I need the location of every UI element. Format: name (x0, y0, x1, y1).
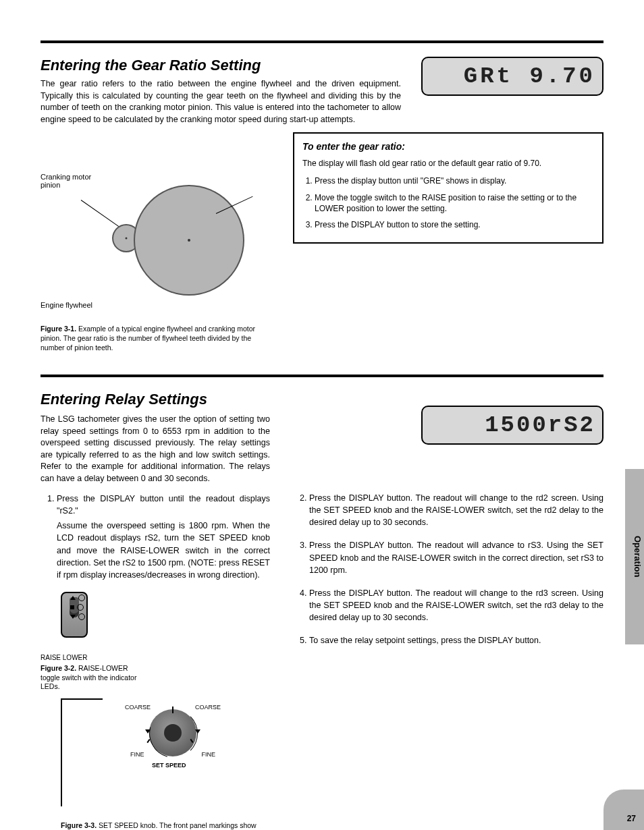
section-divider (41, 40, 603, 43)
section-side-tab: Operation (625, 469, 644, 644)
section-divider (41, 375, 603, 377)
step-item: Press the DISPLAY button until the reado… (57, 493, 270, 581)
figure-label: Figure 3-3. (61, 821, 97, 829)
arrowhead-icon (195, 729, 200, 734)
toggle-switch-illustration (41, 592, 108, 653)
relay-steps-2to5: Press the DISPLAY button. The readout wi… (293, 492, 603, 646)
relay-lead-text: The LSG tachometer gives the user the op… (41, 414, 270, 485)
square-icon (70, 605, 74, 609)
relay-step-1: Press the DISPLAY button until the reado… (41, 493, 270, 581)
panel-corner-line (62, 698, 103, 700)
step-item: Press the display button until "GRE" sho… (315, 175, 594, 186)
step-item: Press the DISPLAY button. The readout wi… (309, 587, 603, 624)
steps-box-intro: The display will flash old gear ratio or… (302, 158, 594, 169)
switch-bottom-label: RAISE LOWER (41, 654, 149, 661)
triangle-down-icon (70, 615, 76, 619)
step-item: Move the toggle switch to the RAISE posi… (315, 192, 594, 214)
figure-3-1-caption: Figure 3-1. Example of a typical engine … (41, 324, 263, 353)
steps-box-heading: To enter the gear ratio: (302, 140, 594, 154)
step-item: Press the DISPLAY button to store the se… (315, 219, 594, 230)
label-pinion: Cranking motor pinion (41, 173, 108, 189)
page-number: 27 (627, 814, 636, 823)
label-flywheel-text: Engine flywheel (41, 301, 92, 309)
figure-3-3-caption: Figure 3-3. SET SPEED knob. The front pa… (61, 821, 263, 830)
figure-label: Figure 3-1. (41, 325, 76, 333)
label-coarse-right: COARSE (195, 704, 221, 711)
figure-3-2: RAISE LOWER Figure 3-2. RAISE-LOWER togg… (41, 592, 149, 698)
set-speed-knob-icon (149, 709, 196, 756)
figures-row: RAISE LOWER Figure 3-2. RAISE-LOWER togg… (41, 592, 270, 830)
gear-ratio-description: The gear ratio refers to the ratio betwe… (41, 78, 401, 126)
gear-figure-column: Cranking motor pinion Engine flywheel Fi… (41, 132, 263, 360)
gear-figure: Cranking motor pinion Engine flywheel (41, 139, 257, 321)
label-set-speed: SET SPEED (152, 762, 186, 769)
lcd-display-gear-ratio: GRt 9.70 (421, 57, 603, 96)
step-item: Press the DISPLAY button. The readout wi… (309, 492, 603, 528)
leader-line (81, 200, 120, 227)
figure-3-3: COARSE COARSE (61, 698, 263, 830)
relay-right-column: 1500rS2 Press the DISPLAY button. The re… (293, 410, 603, 657)
arrowhead-icon (145, 729, 151, 734)
page-number-corner: 27 (603, 790, 644, 830)
figure-label: Figure 3-2. (41, 664, 76, 672)
relay-left-column: The LSG tachometer gives the user the op… (41, 410, 270, 830)
steps-list: Press the display button until "GRE" sho… (315, 175, 594, 230)
label-coarse-left: COARSE (125, 704, 151, 711)
switch-led-column (70, 594, 85, 623)
manual-page: Operation 27 GRt 9.70 Entering the Gear … (0, 0, 644, 830)
figure-3-2-caption: Figure 3-2. RAISE-LOWER toggle switch wi… (41, 664, 149, 692)
gear-ratio-steps-box: To enter the gear ratio: The display wil… (293, 132, 603, 244)
knob-inner-icon (164, 724, 182, 742)
tick-mark-icon (146, 739, 150, 743)
step-item: Press the DISPLAY button. The readout wi… (309, 539, 603, 576)
step-1-sub: Press the DISPLAY button until the reado… (57, 493, 270, 517)
step-item: To save the relay setpoint settings, pre… (309, 634, 603, 646)
label-fine-left: FINE (130, 751, 144, 758)
label-fine-right: FINE (201, 751, 215, 758)
led-icon (78, 594, 85, 601)
step-1-main: Assume the overspeed setting is 1800 rpm… (57, 520, 270, 581)
label-flywheel: Engine flywheel (41, 301, 92, 309)
set-speed-panel: COARSE COARSE (61, 698, 263, 806)
led-icon (77, 604, 84, 611)
triangle-up-icon (70, 596, 76, 600)
flywheel-gear-icon (135, 186, 243, 294)
lcd-display-relay: 1500rS2 (421, 406, 603, 445)
led-icon (78, 613, 85, 620)
